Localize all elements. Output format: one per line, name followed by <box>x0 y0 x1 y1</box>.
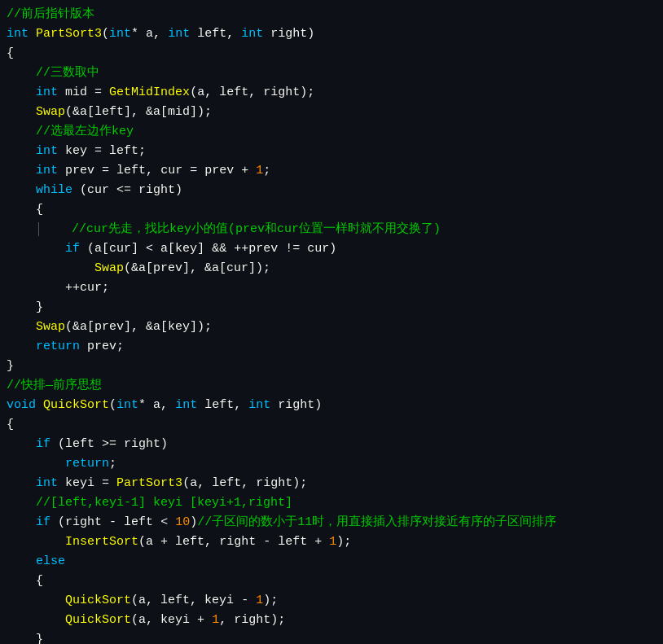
code-line-2: int PartSort3(int* a, int left, int righ… <box>0 24 663 44</box>
code-line-26: //[left,keyi-1] keyi [keyi+1,right] <box>0 493 663 513</box>
code-line-6: Swap(&a[left], &a[mid]); <box>0 103 663 122</box>
code-line-15: ++cur; <box>0 278 663 298</box>
code-line-33: } <box>0 630 663 644</box>
code-line-20: //快排—前序思想 <box>0 376 663 396</box>
code-line-3: { <box>0 44 663 64</box>
code-line-5: int mid = GetMidIndex(a, left, right); <box>0 83 663 103</box>
code-line-14: Swap(&a[prev], &a[cur]); <box>0 259 663 278</box>
code-line-23: if (left >= right) <box>0 435 663 454</box>
code-line-32: QuickSort(a, keyi + 1, right); <box>0 611 663 630</box>
code-line-9: int prev = left, cur = prev + 1; <box>0 161 663 181</box>
code-line-4: //三数取中 <box>0 64 663 83</box>
code-line-10: while (cur <= right) <box>0 181 663 200</box>
code-line-29: else <box>0 552 663 572</box>
code-line-28: InsertSort(a + left, right - left + 1); <box>0 532 663 552</box>
code-editor: //前后指针版本 int PartSort3(int* a, int left,… <box>0 0 663 644</box>
code-line-30: { <box>0 572 663 591</box>
code-line-18: return prev; <box>0 337 663 357</box>
code-line-19: } <box>0 357 663 376</box>
code-line-13: if (a[cur] < a[key] && ++prev != cur) <box>0 239 663 259</box>
code-line-17: Swap(&a[prev], &a[key]); <box>0 318 663 337</box>
code-line-8: int key = left; <box>0 142 663 161</box>
code-line-7: //选最左边作key <box>0 122 663 142</box>
code-line-21: void QuickSort(int* a, int left, int rig… <box>0 396 663 415</box>
code-line-22: { <box>0 415 663 435</box>
code-line-1: //前后指针版本 <box>0 5 663 24</box>
code-line-25: int keyi = PartSort3(a, left, right); <box>0 474 663 493</box>
code-line-31: QuickSort(a, left, keyi - 1); <box>0 591 663 611</box>
code-line-12: //cur先走，找比key小的值(prev和cur位置一样时就不用交换了) <box>0 220 663 239</box>
code-line-24: return; <box>0 454 663 474</box>
code-line-11: { <box>0 200 663 220</box>
code-line-27: if (right - left < 10)//子区间的数小于11时，用直接插入… <box>0 513 663 532</box>
code-line-16: } <box>0 298 663 318</box>
